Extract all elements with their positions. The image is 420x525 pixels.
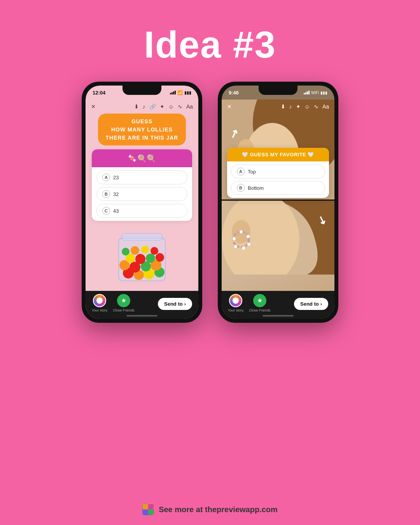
footer: See more at thepreviewapp.com: [0, 494, 420, 525]
svg-point-11: [146, 254, 155, 263]
phone1-content: GUESS HOW MANY LOLLIES THERE ARE IN THIS…: [86, 114, 198, 287]
signal-icon: [170, 91, 176, 94]
status-icons-right: WiFi ▮▮▮: [304, 91, 327, 95]
battery-icon-right: ▮▮▮: [320, 91, 327, 95]
quiz-option-right-a[interactable]: A Top: [231, 164, 325, 178]
squiggle-icon-right[interactable]: ∿: [314, 103, 318, 110]
svg-point-31: [247, 243, 250, 246]
send-to-label-left: Send to: [164, 301, 183, 307]
status-time-right: 9:46: [229, 90, 239, 96]
candy-jar-visual: [111, 226, 173, 287]
close-friends-label-right: Close Friends: [249, 308, 271, 312]
divider-line: [222, 200, 334, 201]
close-friends-action-right[interactable]: ★ Close Friends: [249, 294, 271, 312]
close-friends-label-left: Close Friends: [113, 308, 135, 312]
option-letter-a: A: [102, 173, 110, 181]
svg-rect-39: [143, 509, 148, 515]
phone-left: 12:04 📶 ▮▮▮ ✕: [82, 82, 202, 323]
your-story-action-right[interactable]: Your story: [228, 294, 243, 312]
toolbar-right-icons-left: ⬇ ♪ 🔗 ✦ ☺ ∿ Aa: [134, 103, 193, 110]
quiz-widget-right: 🤍 GUESS MY FAVORITE 🤍 A Top B Bottom: [227, 148, 329, 198]
footer-logo-icon: [142, 504, 154, 515]
friends-icon-right: ★: [253, 294, 266, 307]
quiz-header-emoji: 🍬🍭🍭: [128, 154, 156, 162]
quiz-options-left: A 23 B 32 C 43: [92, 167, 192, 221]
phone-right: 9:46 WiFi ▮▮▮ ✕: [218, 82, 338, 323]
option-letter-b: B: [102, 190, 110, 198]
quiz-widget-left: 🍬🍭🍭 A 23 B 32 C: [92, 149, 192, 221]
send-to-button-left[interactable]: Send to ›: [158, 298, 192, 310]
your-story-label-left: Your story: [92, 308, 107, 312]
stories-toolbar-left: ✕ ⬇ ♪ 🔗 ✦ ☺ ∿ Aa: [86, 100, 198, 114]
download-icon-left[interactable]: ⬇: [134, 103, 139, 110]
footer-text: See more at thepreviewapp.com: [159, 505, 278, 514]
music-icon-left[interactable]: ♪: [143, 103, 145, 110]
quiz-header-left: 🍬🍭🍭: [92, 149, 192, 167]
home-indicator-right: [262, 315, 294, 317]
your-story-label-right: Your story: [228, 308, 243, 312]
music-icon-right[interactable]: ♪: [289, 103, 292, 110]
svg-rect-17: [122, 233, 162, 240]
svg-point-15: [141, 246, 149, 254]
svg-point-34: [233, 237, 236, 240]
quiz-option-b[interactable]: B 32: [96, 187, 187, 201]
send-arrow-left: ›: [184, 301, 186, 307]
send-to-label-right: Send to: [300, 301, 319, 307]
home-indicator-left: [126, 315, 158, 317]
guess-bubble: GUESS HOW MANY LOLLIES THERE ARE IN THIS…: [98, 114, 186, 145]
svg-point-13: [122, 248, 130, 256]
option-letter-right-b: B: [237, 184, 245, 192]
guess-bubble-text: GUESS HOW MANY LOLLIES THERE ARE IN THIS…: [106, 118, 178, 141]
quiz-header-text-right: 🤍 GUESS MY FAVORITE 🤍: [242, 152, 314, 158]
text-icon-right[interactable]: Aa: [322, 103, 329, 110]
option-value-right-b: Bottom: [248, 185, 264, 191]
option-letter-c: C: [102, 207, 110, 215]
send-arrow-right: ›: [320, 301, 322, 307]
svg-point-16: [150, 247, 158, 255]
close-friends-action-left[interactable]: ★ Close Friends: [113, 294, 135, 312]
svg-rect-40: [148, 509, 154, 515]
story-icon-right: [229, 294, 242, 307]
quiz-option-c[interactable]: C 43: [96, 204, 187, 218]
signal-icon-right: [304, 91, 310, 94]
text-icon-left[interactable]: Aa: [186, 103, 193, 110]
quiz-option-right-b[interactable]: B Bottom: [231, 181, 325, 195]
send-to-button-right[interactable]: Send to ›: [294, 298, 328, 310]
option-value-b: 32: [113, 191, 119, 197]
notch-right: [259, 86, 298, 95]
option-value-right-a: Top: [248, 169, 256, 175]
face-icon-left[interactable]: ☺: [168, 103, 174, 110]
option-value-a: 23: [113, 175, 119, 180]
link-icon-left[interactable]: 🔗: [149, 103, 156, 110]
close-icon-left[interactable]: ✕: [91, 103, 96, 110]
sparkle-icon-left[interactable]: ✦: [160, 103, 164, 110]
squiggle-icon-left[interactable]: ∿: [178, 103, 182, 110]
svg-point-32: [242, 247, 245, 250]
bottom-actions-right: Your story ★ Close Friends: [228, 294, 271, 312]
quiz-option-a[interactable]: A 23: [96, 170, 187, 184]
toolbar-right-icons-right: ⬇ ♪ ✦ ☺ ∿ Aa: [281, 103, 329, 110]
svg-point-36: [233, 298, 239, 304]
wifi-icon: 📶: [177, 90, 183, 95]
page-background: Idea #3 12:04: [0, 0, 420, 525]
svg-point-12: [156, 253, 164, 262]
wifi-icon-right: WiFi: [311, 91, 319, 95]
close-icon-right[interactable]: ✕: [227, 103, 232, 110]
story-icon-left: [93, 294, 106, 307]
sparkle-icon-right[interactable]: ✦: [296, 103, 301, 110]
svg-point-10: [135, 254, 145, 264]
face-icon-right[interactable]: ☺: [304, 103, 310, 110]
stories-toolbar-right: ✕ ⬇ ♪ ✦ ☺ ∿ Aa: [222, 100, 334, 114]
option-letter-right-a: A: [237, 168, 245, 175]
notch-left: [122, 86, 161, 95]
svg-rect-38: [148, 504, 154, 509]
svg-point-14: [131, 246, 139, 255]
page-title: Idea #3: [0, 0, 420, 66]
battery-icon: ▮▮▮: [184, 90, 191, 95]
earring-bottom-section: [222, 201, 334, 291]
svg-rect-37: [143, 504, 148, 509]
phones-container: 12:04 📶 ▮▮▮ ✕: [0, 82, 420, 323]
download-icon-right[interactable]: ⬇: [281, 103, 285, 110]
your-story-action-left[interactable]: Your story: [92, 294, 107, 312]
friends-icon-left: ★: [117, 294, 130, 307]
